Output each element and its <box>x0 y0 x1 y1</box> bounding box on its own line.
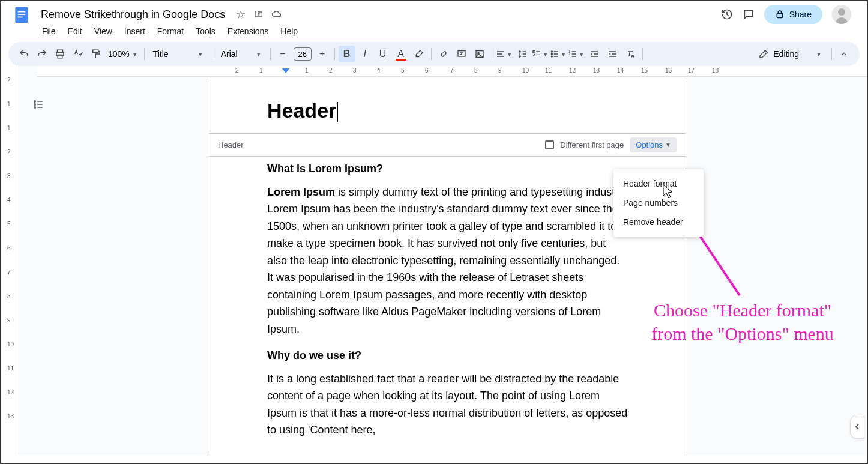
line-spacing-button[interactable] <box>514 46 531 62</box>
increase-font-button[interactable]: + <box>314 46 331 62</box>
increase-indent-button[interactable] <box>604 46 621 62</box>
history-icon[interactable] <box>721 8 733 20</box>
share-button[interactable]: Share <box>764 5 822 24</box>
menu-item-header-format[interactable]: Header format <box>613 174 704 193</box>
different-first-page-label: Different first page <box>560 140 624 149</box>
decrease-indent-button[interactable] <box>586 46 603 62</box>
different-first-page-checkbox[interactable] <box>545 140 554 149</box>
document-title[interactable]: Remove Strikethrough in Google Docs <box>37 7 229 22</box>
mouse-cursor-icon <box>663 185 674 199</box>
paragraph-style-select[interactable]: Title▼ <box>148 49 208 59</box>
header-bar-label: Header <box>218 140 244 149</box>
insert-link-button[interactable] <box>435 46 452 62</box>
workspace: 2112345678910111213 21123456789101112131… <box>1 66 867 456</box>
star-icon[interactable]: ☆ <box>235 8 247 20</box>
clear-formatting-button[interactable] <box>622 46 639 62</box>
menu-extensions[interactable]: Extensions <box>223 24 273 38</box>
title-bar: Remove Strikethrough in Google Docs ☆ Sh… <box>1 1 867 23</box>
document-canvas[interactable]: 21123456789101112131415161718 Header Hea… <box>19 66 867 456</box>
share-label: Share <box>789 10 812 19</box>
show-outline-button[interactable] <box>30 96 47 113</box>
indent-marker-icon[interactable] <box>282 68 289 76</box>
svg-point-16 <box>551 53 552 55</box>
header-right: Share <box>721 5 857 24</box>
svg-point-6 <box>838 8 845 16</box>
vertical-ruler: 2112345678910111213 <box>1 66 19 456</box>
cloud-status-icon[interactable] <box>271 8 283 20</box>
svg-rect-2 <box>18 14 25 15</box>
menu-tools[interactable]: Tools <box>191 24 220 38</box>
header-options-button[interactable]: Options ▼ <box>630 137 677 152</box>
italic-button[interactable]: I <box>357 46 373 62</box>
horizontal-ruler: 21123456789101112131415161718 <box>37 66 867 77</box>
svg-marker-26 <box>663 185 672 198</box>
svg-point-15 <box>551 51 552 52</box>
menu-view[interactable]: View <box>89 24 117 38</box>
tutorial-annotation-text: Choose "Header format" from the "Options… <box>649 298 836 345</box>
decrease-font-button[interactable]: − <box>274 46 291 62</box>
svg-text:2: 2 <box>568 53 570 56</box>
menu-bar: File Edit View Insert Format Tools Exten… <box>1 23 867 42</box>
menu-help[interactable]: Help <box>276 24 303 38</box>
move-icon[interactable] <box>253 8 265 20</box>
user-avatar[interactable] <box>832 5 851 24</box>
editing-mode-select[interactable]: Editing ▼ <box>753 49 828 59</box>
menu-edit[interactable]: Edit <box>63 24 87 38</box>
svg-point-17 <box>551 56 552 57</box>
title-icons: ☆ <box>235 8 283 20</box>
checklist-button[interactable]: ▼ <box>532 46 549 62</box>
font-size-control: − 26 + <box>274 46 331 62</box>
insert-comment-button[interactable] <box>453 46 470 62</box>
toolbar: 100%▼ Title▼ Arial▼ − 26 + B I U A ▼ ▼ ▼… <box>8 42 860 66</box>
menu-item-remove-header[interactable]: Remove header <box>613 212 704 232</box>
font-family-select[interactable]: Arial▼ <box>216 49 267 59</box>
svg-rect-4 <box>777 14 782 18</box>
svg-rect-10 <box>93 50 98 53</box>
svg-point-23 <box>34 107 36 109</box>
align-button[interactable]: ▼ <box>496 46 513 62</box>
collapse-toolbar-button[interactable] <box>836 46 852 62</box>
options-dropdown-menu: Header format Page numbers Remove header <box>613 169 704 237</box>
comments-icon[interactable] <box>743 8 755 20</box>
menu-insert[interactable]: Insert <box>119 24 150 38</box>
docs-logo-icon[interactable] <box>11 4 32 25</box>
redo-button[interactable] <box>34 46 50 62</box>
menu-file[interactable]: File <box>37 24 61 38</box>
insert-image-button[interactable] <box>471 46 488 62</box>
paragraph-2: It is a long established fact that a rea… <box>267 370 628 439</box>
svg-rect-3 <box>18 17 23 18</box>
header-options-bar: Header Different first page Options ▼ <box>209 133 686 157</box>
svg-point-22 <box>34 104 36 106</box>
svg-rect-1 <box>18 11 25 13</box>
text-cursor <box>337 102 338 122</box>
svg-point-21 <box>34 101 36 103</box>
bullet-list-button[interactable]: ▼ <box>550 46 567 62</box>
side-panel-toggle[interactable] <box>850 415 864 439</box>
bold-button[interactable]: B <box>339 46 355 62</box>
menu-item-page-numbers[interactable]: Page numbers <box>613 193 704 212</box>
numbered-list-button[interactable]: 12▼ <box>568 46 585 62</box>
spellcheck-button[interactable] <box>70 46 86 62</box>
text-color-button[interactable]: A <box>393 46 409 62</box>
zoom-select[interactable]: 100%▼ <box>106 49 140 59</box>
print-button[interactable] <box>52 46 68 62</box>
font-size-input[interactable]: 26 <box>294 47 312 61</box>
menu-format[interactable]: Format <box>152 24 188 38</box>
paint-format-button[interactable] <box>88 46 104 62</box>
heading-why-use: Why do we use it? <box>267 349 628 362</box>
paragraph-1: Lorem Ipsum is simply dummy text of the … <box>267 184 628 337</box>
heading-what-is: What is Lorem Ipsum? <box>267 163 628 175</box>
highlight-button[interactable] <box>411 46 427 62</box>
document-page: Header Header Different first page Optio… <box>209 77 686 456</box>
header-title-text: Header <box>267 99 336 122</box>
svg-marker-20 <box>282 68 289 73</box>
page-header-area[interactable]: Header <box>209 77 686 133</box>
undo-button[interactable] <box>16 46 32 62</box>
svg-rect-14 <box>533 51 535 53</box>
underline-button[interactable]: U <box>375 46 391 62</box>
